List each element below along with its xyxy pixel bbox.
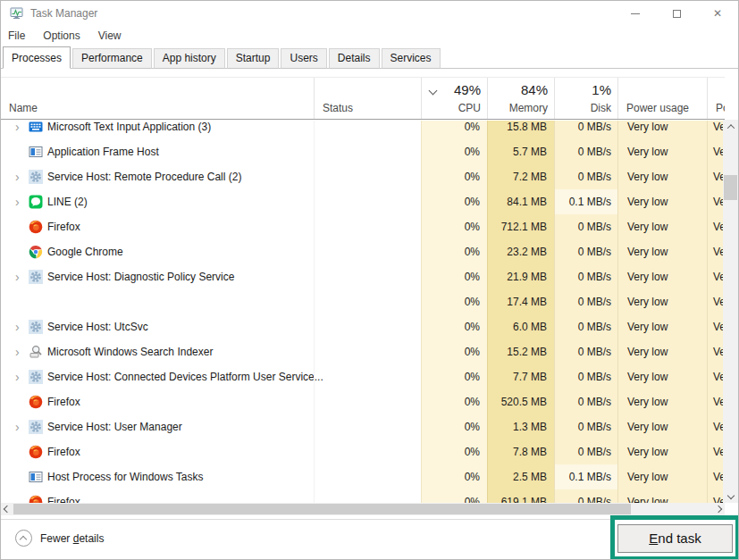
scroll-right-button[interactable] [712,503,725,515]
cell-power-usage: Very low [617,121,707,139]
fewer-details-button[interactable]: Fewer details [15,530,104,547]
menu-view[interactable]: View [98,28,128,44]
process-name: Google Chrome [47,239,123,264]
cell-power-usage-trend: Ve [707,139,725,164]
cell-memory: 712.1 MB [487,214,554,239]
table-row[interactable]: ›Service Host: User Manager0%1.3 MB0 MB/… [1,414,725,439]
scroll-down-icon [726,492,734,499]
gear-icon [29,320,43,334]
column-header-power-usage[interactable]: Power usage [617,78,707,119]
column-header-name[interactable]: Name [1,78,314,119]
column-header-disk[interactable]: 1% Disk [554,78,617,119]
table-row[interactable]: Firefox0%619.1 MB0 MB/sVery lowVe [1,489,725,503]
cell-memory: 15.8 MB [487,121,554,139]
fewer-details-label: Fewer details [40,532,104,545]
cell-power-usage-trend: Ve [707,264,725,289]
table-row[interactable]: ›Service Host: Connected Devices Platfor… [1,364,725,389]
cell-power-usage: Very low [617,439,707,464]
cell-disk: 0 MB/s [554,439,617,464]
column-header-cpu[interactable]: 49% CPU [421,78,487,119]
table-row[interactable]: ›Microsoft Text Input Application (3)0%1… [1,121,725,139]
column-header-memory[interactable]: 84% Memory [487,78,554,119]
horizontal-scrollbar[interactable] [1,503,725,515]
cell-status [314,489,421,503]
table-row[interactable]: Firefox0%712.1 MB0 MB/sVery lowVe [1,214,725,239]
cell-status [314,139,421,164]
table-row[interactable]: Firefox0%520.5 MB0 MB/sVery lowVe [1,389,725,414]
cell-power-usage-trend: Ve [707,339,725,364]
expand-chevron-icon[interactable]: › [15,339,28,364]
cell-disk: 0 MB/s [554,289,617,314]
end-task-button[interactable]: End task [617,524,733,553]
column-header-status[interactable]: Status [314,78,421,119]
cell-name: Firefox [1,389,314,414]
expand-chevron-icon[interactable]: › [15,264,28,289]
tab-performance[interactable]: Performance [72,48,152,69]
cell-power-usage-trend: Ve [707,121,725,139]
cell-power-usage: Very low [617,239,707,264]
cell-memory: 5.7 MB [487,139,554,164]
tab-app-history[interactable]: App history [154,48,225,69]
cell-cpu: 0% [421,164,487,189]
cell-name [1,289,314,314]
cell-memory: 2.5 MB [487,464,554,489]
table-row[interactable]: ›Service Host: Diagnostic Policy Service… [1,264,725,289]
close-icon: ✕ [713,8,722,19]
table-row[interactable]: ›Service Host: Remote Procedure Call (2)… [1,164,725,189]
tab-services[interactable]: Services [382,48,441,69]
scroll-left-button[interactable] [1,503,13,515]
table-row[interactable]: ›Microsoft Windows Search Indexer0%15.2 … [1,339,725,364]
cell-power-usage: Very low [617,214,707,239]
process-name: Service Host: Remote Procedure Call (2) [47,164,241,189]
process-name: Firefox [47,439,80,464]
minimize-button[interactable] [615,1,656,26]
table-row[interactable]: Firefox0%7.8 MB0 MB/sVery lowVe [1,439,725,464]
cell-power-usage-trend: Ve [707,489,725,503]
expand-chevron-icon[interactable]: › [15,189,28,214]
expand-chevron-icon[interactable]: › [15,364,28,389]
maximize-button[interactable] [656,1,697,26]
cell-power-usage: Very low [617,489,707,503]
horizontal-scrollbar-thumb[interactable] [13,504,631,514]
scroll-down-button[interactable] [723,489,738,503]
table-row[interactable]: 0%17.4 MB0 MB/sVery lowVe [1,289,725,314]
cell-name: ›Microsoft Text Input Application (3) [1,121,314,139]
column-header-power-usage-trend[interactable]: Powe [707,78,725,119]
process-name: Microsoft Windows Search Indexer [47,339,213,364]
tab-details[interactable]: Details [329,48,380,69]
tab-processes[interactable]: Processes [3,46,71,69]
cell-name: ›Service Host: User Manager [1,414,314,439]
disk-total-usage: 1% [592,82,611,97]
menu-options[interactable]: Options [43,28,86,44]
cell-power-usage-trend: Ve [707,364,725,389]
annotation-highlight-box: End task [610,515,739,560]
cell-power-usage-trend: Ve [707,464,725,489]
tab-startup[interactable]: Startup [227,48,280,69]
cell-status [314,464,421,489]
expand-chevron-icon[interactable]: › [15,121,28,139]
cell-memory: 23.2 MB [487,239,554,264]
menu-file[interactable]: File [8,28,31,44]
table-row[interactable]: ›Service Host: UtcSvc0%6.0 MB0 MB/sVery … [1,314,725,339]
cell-status [314,264,421,289]
expand-chevron-icon[interactable]: › [15,164,28,189]
cell-power-usage-trend: Ve [707,239,725,264]
cell-name: ›Service Host: Diagnostic Policy Service [1,264,314,289]
process-name: Firefox [47,489,80,503]
scroll-up-button[interactable] [723,120,738,134]
cell-status [314,289,421,314]
expand-chevron-icon[interactable]: › [15,314,28,339]
table-row[interactable]: Application Frame Host0%5.7 MB0 MB/sVery… [1,139,725,164]
table-row[interactable]: Google Chrome0%23.2 MB0 MB/sVery lowVe [1,239,725,264]
close-button[interactable]: ✕ [697,1,738,26]
vertical-scrollbar[interactable] [723,120,738,503]
table-row[interactable]: Host Process for Windows Tasks0%2.5 MB0.… [1,464,725,489]
vertical-scrollbar-thumb[interactable] [724,175,737,200]
process-name: Service Host: User Manager [47,414,182,439]
table-row[interactable]: ›LINE (2)0%84.1 MB0.1 MB/sVery lowVe [1,189,725,214]
tab-strip: Processes Performance App history Startu… [1,47,738,69]
cell-cpu: 0% [421,239,487,264]
tab-users[interactable]: Users [281,48,326,69]
expand-chevron-icon[interactable]: › [15,414,28,439]
cell-power-usage-trend: Ve [707,189,725,214]
